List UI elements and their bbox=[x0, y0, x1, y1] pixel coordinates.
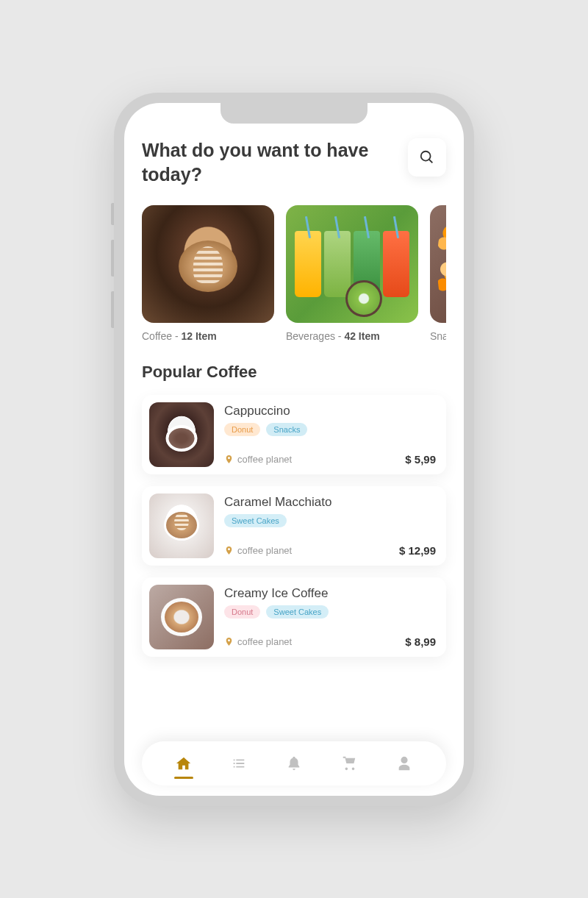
product-vendor: coffee planet bbox=[224, 636, 292, 647]
category-card-coffee[interactable]: Coffee - 12 Item bbox=[142, 205, 274, 342]
category-name: Coffee bbox=[142, 330, 172, 342]
product-tags: Sweet Cakes bbox=[224, 514, 436, 527]
product-list: Cappuccino Donut Snacks coffee planet bbox=[142, 395, 446, 657]
nav-home[interactable] bbox=[173, 749, 195, 777]
category-label: Snack bbox=[430, 330, 446, 342]
nav-notifications[interactable] bbox=[283, 749, 305, 777]
product-tags: Donut Sweet Cakes bbox=[224, 605, 436, 619]
category-image bbox=[286, 205, 418, 323]
category-label: Coffee - 12 Item bbox=[142, 330, 274, 342]
tag: Snacks bbox=[266, 423, 307, 436]
tag: Sweet Cakes bbox=[224, 514, 287, 527]
svg-line-1 bbox=[429, 159, 433, 163]
category-scroller[interactable]: Coffee - 12 Item Beverages - 42 Item bbox=[142, 205, 446, 342]
product-tags: Donut Snacks bbox=[224, 423, 436, 436]
product-card[interactable]: Cappuccino Donut Snacks coffee planet bbox=[142, 395, 446, 474]
section-title-popular: Popular Coffee bbox=[142, 363, 446, 382]
bottom-nav bbox=[142, 741, 446, 785]
cart-icon bbox=[341, 755, 357, 772]
svg-point-0 bbox=[421, 151, 431, 160]
home-icon bbox=[176, 755, 192, 772]
category-image bbox=[142, 205, 274, 323]
product-price: $ 5,99 bbox=[405, 453, 436, 466]
tag: Donut bbox=[224, 423, 260, 436]
category-card-beverages[interactable]: Beverages - 42 Item bbox=[286, 205, 418, 342]
location-pin-icon bbox=[224, 546, 234, 555]
list-icon bbox=[231, 755, 247, 772]
nav-profile[interactable] bbox=[393, 749, 415, 777]
vendor-name: coffee planet bbox=[237, 636, 292, 647]
location-pin-icon bbox=[224, 637, 234, 646]
vendor-name: coffee planet bbox=[237, 545, 292, 556]
product-name: Cappuccino bbox=[224, 404, 436, 418]
product-price: $ 8,99 bbox=[405, 635, 436, 648]
location-pin-icon bbox=[224, 455, 234, 464]
category-count: 42 Item bbox=[344, 330, 379, 342]
product-name: Caramel Macchiato bbox=[224, 495, 436, 510]
phone-notch bbox=[220, 103, 368, 124]
product-image bbox=[149, 585, 214, 649]
product-image bbox=[149, 402, 214, 467]
product-vendor: coffee planet bbox=[224, 454, 292, 465]
search-button[interactable] bbox=[408, 138, 446, 177]
vendor-name: coffee planet bbox=[237, 454, 292, 465]
bell-icon bbox=[286, 755, 302, 772]
search-icon bbox=[419, 149, 435, 165]
category-label: Beverages - 42 Item bbox=[286, 330, 418, 342]
category-name: Snack bbox=[430, 330, 446, 342]
product-card[interactable]: Creamy Ice Coffee Donut Sweet Cakes coff… bbox=[142, 577, 446, 657]
user-icon bbox=[396, 755, 412, 772]
product-price: $ 12,99 bbox=[399, 544, 436, 557]
product-image bbox=[149, 493, 214, 558]
category-count: 12 Item bbox=[181, 330, 216, 342]
phone-side-buttons bbox=[111, 203, 114, 343]
category-card-snacks[interactable]: Snack bbox=[430, 205, 446, 342]
product-name: Creamy Ice Coffee bbox=[224, 586, 436, 601]
tag: Donut bbox=[224, 605, 260, 619]
category-name: Beverages bbox=[286, 330, 335, 342]
phone-screen: What do you want to have today? Coffee -… bbox=[124, 103, 464, 796]
nav-cart[interactable] bbox=[338, 749, 360, 777]
product-vendor: coffee planet bbox=[224, 545, 292, 556]
nav-list[interactable] bbox=[228, 749, 250, 777]
page-title: What do you want to have today? bbox=[142, 138, 377, 188]
phone-frame: What do you want to have today? Coffee -… bbox=[114, 93, 474, 806]
product-card[interactable]: Caramel Macchiato Sweet Cakes coffee pla… bbox=[142, 486, 446, 566]
category-image bbox=[430, 205, 446, 323]
tag: Sweet Cakes bbox=[266, 605, 329, 619]
